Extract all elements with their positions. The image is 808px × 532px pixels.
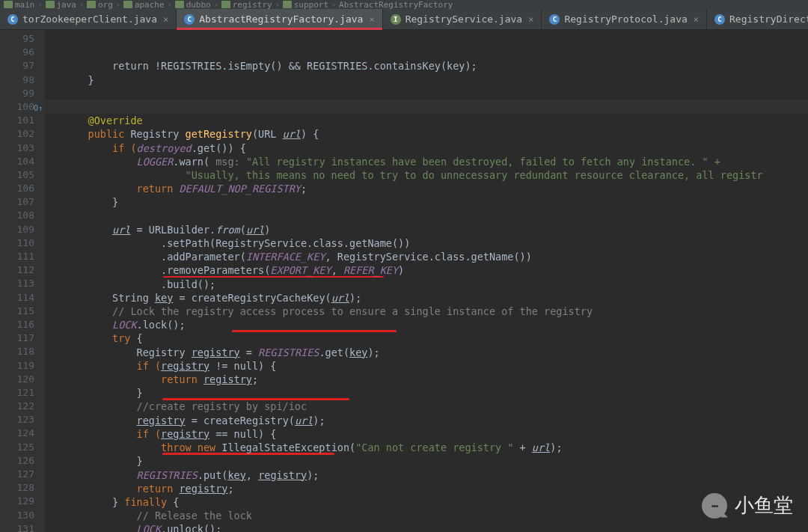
tab-abstract-registry-factory[interactable]: C AbstractRegistryFactory.java ×	[177, 9, 382, 29]
line-number-gutter: O↑ 9596979899100101102103104105106107108…	[0, 30, 45, 532]
tab-label: torZookeeperClient.java	[22, 13, 157, 25]
close-icon[interactable]: ×	[369, 14, 374, 25]
close-icon[interactable]: ×	[528, 14, 533, 25]
folder-icon	[4, 1, 13, 8]
tab-label: RegistryProtocol.java	[564, 13, 687, 25]
java-class-icon: C	[7, 14, 18, 25]
close-icon[interactable]: ×	[163, 14, 168, 25]
editor-tabs: C torZookeeperClient.java × C AbstractRe…	[0, 9, 808, 30]
tab-label: RegistryDirectory.java	[729, 13, 808, 25]
code-area[interactable]: return !REGISTRIES.isEmpty() && REGISTRI…	[45, 30, 808, 532]
java-interface-icon: I	[391, 14, 401, 25]
tab-label: AbstractRegistryFactory.java	[199, 13, 363, 25]
tab-label: RegistryService.java	[405, 13, 523, 25]
java-class-icon: C	[714, 14, 725, 25]
chevron-right-icon: ›	[37, 1, 44, 8]
editor-pane: O↑ 9596979899100101102103104105106107108…	[0, 30, 808, 532]
tab-zookeeper[interactable]: C torZookeeperClient.java ×	[0, 9, 177, 29]
tab-registry-service[interactable]: I RegistryService.java ×	[383, 9, 542, 29]
tab-registry-directory[interactable]: C RegistryDirectory.java ×	[707, 9, 808, 29]
tab-registry-protocol[interactable]: C RegistryProtocol.java ×	[542, 9, 707, 29]
breadcrumb: main ›java ›org ›apache ›dubbo ›registry…	[0, 0, 808, 9]
override-gutter-icon[interactable]: O↑	[34, 102, 43, 115]
java-class-icon: C	[549, 14, 560, 25]
close-icon[interactable]: ×	[694, 14, 699, 25]
java-class-icon: C	[184, 14, 195, 25]
